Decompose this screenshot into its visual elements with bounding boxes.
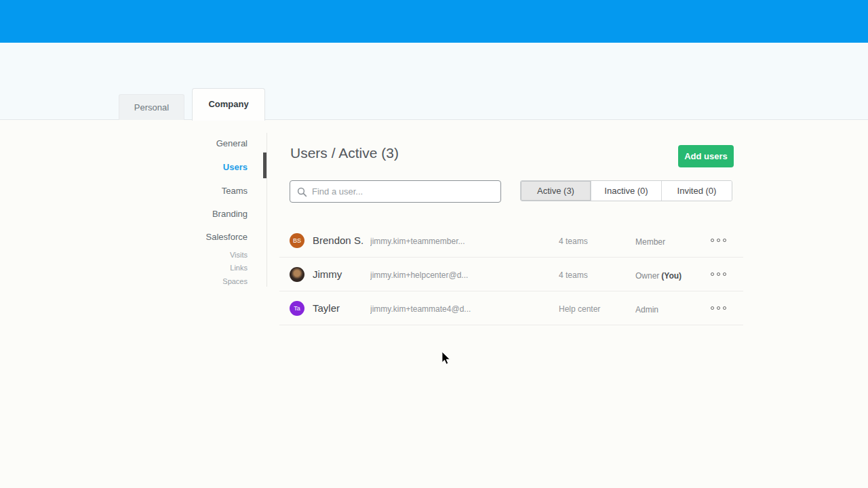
user-name: Jimmy [313, 268, 342, 280]
overflow-menu-icon[interactable] [711, 306, 726, 310]
filter-invited[interactable]: Invited (0) [661, 181, 732, 201]
sidebar-item-branding[interactable]: Branding [0, 209, 248, 219]
sidebar-divider [267, 133, 267, 287]
user-teams: 4 teams [559, 237, 588, 246]
sidebar-subitem-links[interactable]: Links [0, 264, 248, 272]
filter-active[interactable]: Active (3) [521, 181, 591, 201]
table-row[interactable]: Ta Tayler jimmy.kim+teammate4@d... Help … [279, 291, 743, 325]
sidebar-item-general[interactable]: General [0, 138, 248, 148]
top-app-bar [0, 0, 868, 43]
sidebar-item-teams[interactable]: Teams [0, 186, 248, 196]
overflow-menu-icon[interactable] [711, 272, 726, 276]
sidebar-item-salesforce[interactable]: Salesforce [0, 232, 248, 242]
user-name: Tayler [313, 302, 340, 314]
avatar-photo [290, 267, 304, 282]
user-role: Owner(You) [635, 271, 682, 281]
tab-company[interactable]: Company [192, 88, 265, 121]
sidebar-subitem-spaces[interactable]: Spaces [0, 277, 248, 285]
user-status-filter: Active (3) Inactive (0) Invited (0) [520, 180, 732, 201]
search-input[interactable] [312, 182, 495, 201]
avatar: BS [290, 233, 304, 248]
user-email: jimmy.kim+teammember... [370, 237, 547, 246]
user-teams: Help center [559, 304, 600, 314]
user-role: Member [635, 237, 667, 247]
users-breadcrumb-heading: Users / Active (3) [290, 145, 399, 161]
avatar: Ta [290, 301, 304, 316]
user-email: jimmy.kim+helpcenter@d... [370, 270, 547, 280]
filter-inactive[interactable]: Inactive (0) [591, 181, 661, 201]
sidebar-subitem-visits[interactable]: Visits [0, 251, 248, 259]
add-users-button[interactable]: Add users [678, 145, 734, 167]
main-area: General Users Teams Branding Salesforce … [0, 120, 868, 488]
table-row[interactable]: BS Brendon S. jimmy.kim+teammember... 4 … [279, 224, 743, 258]
overflow-menu-icon[interactable] [711, 239, 726, 242]
user-table: BS Brendon S. jimmy.kim+teammember... 4 … [279, 224, 743, 325]
sidebar-item-users[interactable]: Users [0, 162, 248, 172]
user-name: Brendon S. [313, 235, 363, 246]
user-role: Admin [635, 305, 660, 314]
tab-personal[interactable]: Personal [119, 94, 184, 120]
user-email: jimmy.kim+teammate4@d... [370, 304, 547, 314]
search-icon [297, 187, 307, 197]
user-teams: 4 teams [559, 270, 588, 280]
search-box[interactable] [290, 180, 501, 203]
table-row[interactable]: Jimmy jimmy.kim+helpcenter@d... 4 teams … [279, 258, 743, 291]
